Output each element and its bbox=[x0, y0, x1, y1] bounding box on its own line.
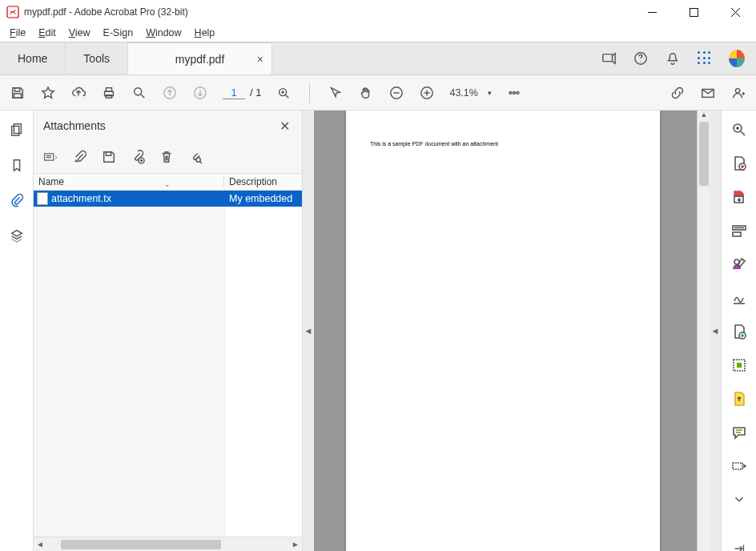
menu-help[interactable]: Help bbox=[190, 26, 220, 40]
more-icon[interactable] bbox=[506, 85, 522, 101]
search-attachment-icon[interactable] bbox=[187, 149, 203, 165]
fill-sign-icon[interactable] bbox=[731, 290, 747, 306]
comment-icon[interactable] bbox=[731, 424, 747, 440]
horizontal-scrollbar[interactable]: ◄ ► bbox=[34, 537, 302, 551]
column-name[interactable]: Name ⌄ bbox=[34, 176, 224, 187]
page-total-label: / 1 bbox=[250, 86, 261, 99]
add-user-icon[interactable] bbox=[730, 85, 746, 101]
svg-rect-11 bbox=[106, 87, 111, 91]
fit-page-icon[interactable] bbox=[275, 85, 292, 101]
svg-line-18 bbox=[286, 95, 289, 98]
layers-icon[interactable] bbox=[9, 227, 25, 243]
scroll-left-icon[interactable]: ◄ bbox=[34, 540, 46, 549]
more-tools-icon[interactable] bbox=[731, 458, 747, 474]
svg-point-7 bbox=[640, 61, 641, 62]
svg-rect-2 bbox=[690, 8, 698, 16]
create-pdf-icon[interactable] bbox=[731, 155, 747, 171]
tab-document[interactable]: mypdf.pdf × bbox=[128, 42, 272, 74]
attachments-icon[interactable] bbox=[9, 192, 25, 208]
bell-icon[interactable] bbox=[665, 50, 681, 66]
svg-rect-35 bbox=[45, 154, 54, 160]
screen-share-icon[interactable] bbox=[601, 50, 617, 66]
minimize-button[interactable] bbox=[641, 4, 663, 20]
acrobat-icon bbox=[6, 6, 19, 18]
mail-icon[interactable] bbox=[700, 85, 716, 101]
svg-rect-9 bbox=[14, 93, 22, 97]
delete-attachment-icon[interactable] bbox=[159, 149, 175, 165]
close-window-button[interactable] bbox=[724, 4, 746, 20]
search-tool-icon[interactable] bbox=[731, 122, 747, 138]
svg-point-26 bbox=[509, 91, 512, 94]
zoom-out-icon[interactable] bbox=[388, 85, 404, 101]
scroll-thumb[interactable] bbox=[61, 540, 221, 549]
chevron-down-icon: ▾ bbox=[488, 89, 492, 97]
attachments-table-header: Name ⌄ Description bbox=[34, 173, 302, 191]
svg-rect-52 bbox=[733, 232, 741, 236]
svg-line-45 bbox=[741, 131, 745, 135]
pdf-page: This is a sample PDF document with an at… bbox=[346, 111, 660, 551]
cloud-upload-icon[interactable] bbox=[70, 85, 86, 101]
sign-icon[interactable] bbox=[731, 256, 747, 272]
link-icon[interactable] bbox=[670, 85, 686, 101]
open-attachment-icon[interactable] bbox=[72, 149, 88, 165]
attachment-name: attachment.tx bbox=[51, 193, 111, 204]
compress-icon[interactable] bbox=[731, 357, 747, 373]
save-icon[interactable] bbox=[10, 85, 26, 101]
expand-rail-icon[interactable] bbox=[731, 541, 747, 551]
select-arrow-icon[interactable] bbox=[328, 85, 344, 101]
menu-window[interactable]: Window bbox=[141, 26, 186, 40]
svg-rect-58 bbox=[737, 363, 742, 368]
search-icon[interactable] bbox=[131, 85, 147, 101]
menu-file[interactable]: File bbox=[5, 26, 30, 40]
help-icon[interactable] bbox=[633, 50, 649, 66]
svg-point-13 bbox=[135, 87, 142, 95]
attachment-row[interactable]: attachment.tx My embedded bbox=[34, 191, 302, 207]
chevron-down-rail-icon[interactable] bbox=[731, 492, 747, 506]
avatar-icon[interactable] bbox=[729, 50, 745, 66]
menu-esign[interactable]: E-Sign bbox=[99, 26, 139, 40]
attachments-panel: Attachments ✕ Name ⌄ Description attachm… bbox=[34, 111, 303, 551]
collapse-left-panel-handle[interactable]: ◄ bbox=[303, 111, 314, 551]
scroll-thumb-vertical[interactable] bbox=[699, 122, 709, 186]
file-icon bbox=[37, 192, 48, 205]
apps-grid-icon[interactable] bbox=[697, 50, 713, 66]
collapse-right-panel-handle[interactable]: ◄ bbox=[710, 111, 721, 551]
pages-thumbnails-icon[interactable] bbox=[9, 122, 25, 138]
tab-row: Home Tools mypdf.pdf × bbox=[0, 42, 756, 75]
close-tab-icon[interactable]: × bbox=[257, 53, 263, 66]
edit-pdf-icon[interactable] bbox=[731, 223, 747, 239]
redact-icon[interactable] bbox=[731, 391, 747, 407]
scroll-up-icon[interactable]: ▲ bbox=[698, 111, 710, 122]
zoom-level-dropdown[interactable]: 43.1% ▾ bbox=[449, 87, 491, 99]
print-icon[interactable] bbox=[101, 85, 117, 101]
document-view[interactable]: This is a sample PDF document with an at… bbox=[314, 111, 710, 551]
close-panel-icon[interactable]: ✕ bbox=[276, 118, 292, 134]
svg-rect-34 bbox=[11, 127, 18, 136]
tab-tools[interactable]: Tools bbox=[66, 42, 128, 74]
svg-rect-5 bbox=[603, 54, 613, 62]
zoom-in-icon[interactable] bbox=[419, 85, 435, 101]
hand-icon[interactable] bbox=[358, 85, 374, 101]
attachments-table-body: attachment.tx My embedded bbox=[34, 191, 302, 537]
right-tool-rail bbox=[721, 111, 756, 551]
svg-rect-38 bbox=[106, 152, 111, 156]
star-icon[interactable] bbox=[40, 85, 56, 101]
add-attachment-icon[interactable] bbox=[130, 149, 146, 165]
vertical-scrollbar[interactable]: ▲ bbox=[697, 111, 710, 551]
tab-home[interactable]: Home bbox=[0, 42, 66, 74]
column-description[interactable]: Description bbox=[224, 176, 302, 187]
next-page-icon[interactable] bbox=[192, 85, 208, 101]
prev-page-icon[interactable] bbox=[162, 85, 178, 101]
save-attachment-icon[interactable] bbox=[101, 149, 117, 165]
scroll-right-icon[interactable]: ► bbox=[289, 540, 302, 549]
menu-view[interactable]: View bbox=[64, 26, 95, 40]
bookmarks-icon[interactable] bbox=[9, 157, 25, 173]
page-number-input[interactable] bbox=[223, 86, 245, 99]
attachments-toolbar bbox=[34, 141, 302, 173]
svg-rect-61 bbox=[733, 463, 742, 469]
options-icon[interactable] bbox=[43, 149, 59, 165]
maximize-button[interactable] bbox=[682, 4, 705, 20]
organize-pages-icon[interactable] bbox=[731, 324, 747, 340]
export-pdf-icon[interactable] bbox=[731, 189, 747, 205]
menu-edit[interactable]: Edit bbox=[34, 26, 61, 40]
